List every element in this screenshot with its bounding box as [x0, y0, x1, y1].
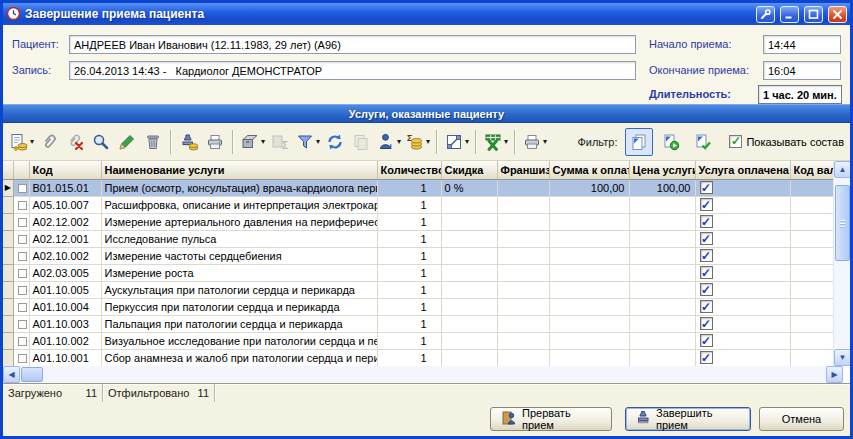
filter-funnel-icon[interactable]: ▾ — [293, 128, 322, 156]
scroll-down-icon[interactable]: ▼ — [834, 349, 850, 366]
paid-checkbox[interactable]: ✓ — [700, 351, 713, 364]
show-composition-checkbox[interactable]: ✓ Показывать состав — [729, 135, 844, 148]
table-row[interactable]: A01.10.001Сбор анамнеза и жалоб при пато… — [3, 349, 833, 366]
edit-pencil-icon[interactable] — [114, 128, 140, 156]
scroll-up-icon[interactable]: ▲ — [834, 161, 850, 178]
finish-appointment-button[interactable]: Завершить прием — [625, 407, 751, 431]
detach-icon[interactable] — [62, 128, 88, 156]
row-flat-checkbox[interactable] — [18, 235, 27, 244]
table-row[interactable]: A01.10.005Аускультация при патологии сер… — [3, 281, 833, 298]
record-field[interactable] — [69, 61, 636, 80]
column-header-2[interactable]: Количество — [377, 161, 441, 179]
table-row[interactable]: A02.12.002Измерение артериального давлен… — [3, 213, 833, 230]
paid-checkbox[interactable]: ✓ — [700, 300, 713, 313]
cell-franchise — [497, 332, 549, 349]
row-indicator — [3, 281, 13, 298]
maximize-button[interactable] — [804, 6, 823, 23]
cell-franchise — [497, 230, 549, 247]
minimize-button[interactable] — [780, 6, 799, 23]
excel-export-icon[interactable]: ▾ — [481, 128, 510, 156]
filter-all-toggle[interactable] — [625, 128, 653, 156]
filter-in-progress-toggle[interactable] — [657, 128, 685, 156]
planimetry-icon[interactable]: ▾ — [442, 128, 471, 156]
paid-checkbox[interactable]: ✓ — [700, 249, 713, 262]
cell-franchise — [497, 213, 549, 230]
row-flat-checkbox[interactable] — [18, 184, 27, 193]
horizontal-scroll-thumb[interactable] — [21, 367, 43, 382]
table-header-row: КодНаименование услугиКоличествоСкидкаФр… — [3, 161, 833, 179]
column-header-5[interactable]: Сумма к оплате — [549, 161, 629, 179]
table-row[interactable]: A02.10.002Измерение частоты сердцебиения… — [3, 247, 833, 264]
tools-wrench-button[interactable] — [756, 6, 775, 23]
horizontal-scrollbar[interactable]: ◀ ▶ — [3, 366, 843, 383]
paid-checkbox[interactable]: ✓ — [700, 198, 713, 211]
table-row[interactable]: A05.10.007Расшифровка, описание и интерп… — [3, 196, 833, 213]
column-header-0[interactable]: Код — [29, 161, 101, 179]
patient-field[interactable] — [69, 35, 636, 54]
services-table-body: ▶B01.015.01Прием (осмотр, консультация) … — [3, 179, 833, 366]
paid-checkbox[interactable]: ✓ — [700, 283, 713, 296]
row-flat-checkbox[interactable] — [18, 252, 27, 261]
paid-checkbox[interactable]: ✓ — [700, 232, 713, 245]
table-row[interactable]: A02.12.001Исследование пульса1✓ — [3, 230, 833, 247]
cell-name: Визуальное исследование при патологии се… — [101, 332, 377, 349]
column-header-4[interactable]: Франшиза — [497, 161, 549, 179]
cancel-button[interactable]: Отмена — [759, 407, 844, 431]
paid-checkbox[interactable]: ✓ — [700, 317, 713, 330]
table-row[interactable]: A01.10.002Визуальное исследование при па… — [3, 332, 833, 349]
row-flat-checkbox[interactable] — [18, 269, 27, 278]
filter-done-toggle[interactable] — [689, 128, 717, 156]
row-flat-checkbox[interactable] — [18, 218, 27, 227]
cell-name: Аускультация при патологии сердца и пери… — [101, 281, 377, 298]
finish-button-label: Завершить прием — [656, 407, 740, 431]
vertical-scroll-thumb[interactable] — [835, 185, 850, 261]
archive-box-icon[interactable]: ▾ — [238, 128, 267, 156]
column-header-1[interactable]: Наименование услуги — [101, 161, 377, 179]
paid-checkbox[interactable]: ✓ — [700, 334, 713, 347]
cell-price — [629, 264, 695, 281]
row-flat-checkbox[interactable] — [18, 320, 27, 329]
paid-checkbox[interactable]: ✓ — [700, 266, 713, 279]
row-indicator — [3, 213, 13, 230]
table-row[interactable]: A02.03.005Измерение роста1✓ — [3, 264, 833, 281]
delete-trash-icon[interactable] — [140, 128, 166, 156]
patient-info-icon[interactable]: i ▾ — [374, 128, 403, 156]
print-icon[interactable] — [202, 128, 228, 156]
register-payment-icon[interactable] — [176, 128, 202, 156]
vertical-scrollbar[interactable]: ▲ ▼ — [833, 161, 850, 366]
row-flat-checkbox[interactable] — [18, 286, 27, 295]
cell-currency — [790, 247, 833, 264]
row-flat-checkbox[interactable] — [18, 337, 27, 346]
row-flat-checkbox[interactable] — [18, 201, 27, 210]
column-header-3[interactable]: Скидка — [441, 161, 497, 179]
cell-franchise — [497, 349, 549, 366]
table-row[interactable]: ▶B01.015.01Прием (осмотр, консультация) … — [3, 179, 833, 196]
cell-currency — [790, 315, 833, 332]
add-service-icon[interactable]: ▾ — [7, 128, 36, 156]
column-header-8[interactable]: Код вал — [790, 161, 833, 179]
refresh-icon[interactable] — [322, 128, 348, 156]
attach-icon[interactable] — [36, 128, 62, 156]
title-bar[interactable]: Завершение приема пациента — [3, 3, 850, 25]
search-icon[interactable] — [88, 128, 114, 156]
table-row[interactable]: A01.10.004Перкуссия при патологии сердца… — [3, 298, 833, 315]
paid-checkbox[interactable]: ✓ — [700, 215, 713, 228]
row-flat-checkbox[interactable] — [18, 303, 27, 312]
table-row[interactable]: A01.10.003Пальпация при патологии сердца… — [3, 315, 833, 332]
sum-services-icon[interactable]: Σ ▾ — [403, 128, 432, 156]
column-header-6[interactable]: Цена услуги — [629, 161, 695, 179]
paid-checkbox[interactable]: ✓ — [700, 181, 713, 194]
column-header-7[interactable]: Услуга оплачена — [695, 161, 790, 179]
start-time-field[interactable] — [763, 35, 841, 54]
row-flat-checkbox[interactable] — [18, 354, 27, 363]
end-time-field[interactable] — [763, 61, 841, 80]
interrupt-appointment-button[interactable]: Прервать прием — [490, 407, 612, 431]
scroll-left-icon[interactable]: ◀ — [3, 366, 20, 383]
print-list-icon[interactable]: ▾ — [520, 128, 549, 156]
close-button[interactable] — [828, 6, 847, 23]
duration-field[interactable] — [758, 85, 842, 104]
interrupt-icon — [501, 410, 517, 428]
cell-price — [629, 298, 695, 315]
scroll-right-icon[interactable]: ▶ — [826, 366, 843, 383]
chevron-down-icon: ▾ — [465, 137, 469, 146]
